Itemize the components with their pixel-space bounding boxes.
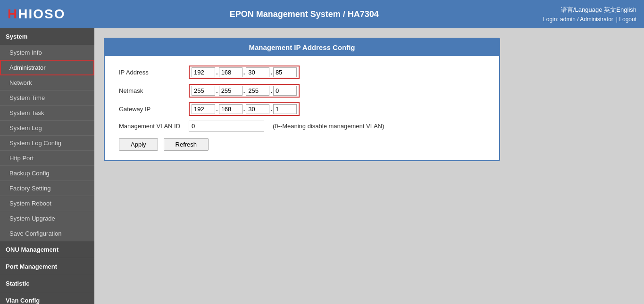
- gateway-octet-1[interactable]: [192, 104, 215, 114]
- login-text: Login: admin / Administrator: [543, 16, 613, 23]
- netmask-octet-1[interactable]: [192, 86, 215, 96]
- ip-dot-1: .: [215, 69, 219, 76]
- gateway-row: Gateway IP . . .: [119, 102, 485, 116]
- ip-address-fields: . . .: [189, 66, 300, 79]
- vlan-id-input[interactable]: [189, 121, 264, 131]
- gateway-dot-1: .: [215, 106, 219, 113]
- language-area[interactable]: 语言/Language 英文English: [561, 6, 636, 14]
- sidebar-section-vlan-config[interactable]: Vlan Config: [0, 292, 94, 304]
- sidebar-section-system[interactable]: System: [0, 28, 94, 45]
- netmask-fields: . . .: [189, 84, 300, 98]
- ip-address-row: IP Address . . .: [119, 66, 485, 79]
- netmask-label: Netmask: [119, 87, 185, 94]
- sidebar-item-network[interactable]: Network: [0, 75, 94, 90]
- netmask-dot-3: .: [269, 87, 273, 94]
- ip-octet-2[interactable]: [219, 67, 243, 77]
- management-ip-card: Management IP Address Config IP Address …: [104, 38, 500, 161]
- logo-icon: H: [8, 7, 18, 21]
- ip-dot-2: .: [243, 69, 246, 76]
- login-area: Login: admin / Administrator | Logout: [543, 16, 636, 23]
- main-layout: SystemSystem InfoAdministratorNetworkSys…: [0, 28, 644, 304]
- sidebar-section-port-management[interactable]: Port Management: [0, 258, 94, 275]
- sidebar: SystemSystem InfoAdministratorNetworkSys…: [0, 28, 94, 304]
- app-title: EPON Management System / HA7304: [65, 9, 543, 19]
- ip-octet-3[interactable]: [246, 67, 269, 77]
- sidebar-section-onu-management[interactable]: ONU Management: [0, 241, 94, 258]
- card-body: IP Address . . . Netmask: [105, 56, 499, 160]
- sidebar-item-administrator[interactable]: Administrator: [0, 60, 94, 75]
- netmask-row: Netmask . . .: [119, 84, 485, 98]
- sidebar-item-backup-config[interactable]: Backup Config: [0, 166, 94, 181]
- sidebar-item-system-info[interactable]: System Info: [0, 45, 94, 60]
- sidebar-item-system-log[interactable]: System Log: [0, 121, 94, 136]
- sidebar-item-system-log-config[interactable]: System Log Config: [0, 136, 94, 151]
- language-label: 语言/Language: [561, 6, 602, 14]
- sidebar-section-statistic[interactable]: Statistic: [0, 275, 94, 292]
- netmask-dot-2: .: [243, 87, 246, 94]
- header-right: 语言/Language 英文English Login: admin / Adm…: [543, 6, 636, 23]
- sidebar-item-factory-setting[interactable]: Factory Setting: [0, 181, 94, 196]
- logo-area: HHIOSO: [8, 7, 65, 22]
- gateway-label: Gateway IP: [119, 106, 185, 113]
- netmask-dot-1: .: [215, 87, 219, 94]
- refresh-button[interactable]: Refresh: [164, 138, 209, 151]
- vlan-note: (0--Meaning disable management VLAN): [273, 123, 384, 130]
- gateway-fields: . . .: [189, 102, 300, 116]
- vlan-id-label: Management VLAN ID: [119, 123, 185, 130]
- netmask-octet-3[interactable]: [246, 86, 269, 96]
- logo-rest: HIOSO: [18, 7, 65, 21]
- language-value[interactable]: 英文English: [604, 6, 636, 14]
- gateway-dot-2: .: [243, 106, 246, 113]
- gateway-octet-2[interactable]: [219, 104, 243, 114]
- gateway-octet-3[interactable]: [246, 104, 269, 114]
- sidebar-item-system-time[interactable]: System Time: [0, 90, 94, 106]
- sidebar-item-system-reboot[interactable]: System Reboot: [0, 196, 94, 211]
- sidebar-item-system-upgrade[interactable]: System Upgrade: [0, 211, 94, 226]
- sidebar-item-system-task[interactable]: System Task: [0, 106, 94, 121]
- ip-octet-1[interactable]: [192, 67, 215, 77]
- apply-button[interactable]: Apply: [119, 138, 158, 151]
- buttons-row: Apply Refresh: [119, 138, 485, 151]
- ip-address-label: IP Address: [119, 69, 185, 76]
- sidebar-item-http-port[interactable]: Http Port: [0, 151, 94, 166]
- card-title: Management IP Address Config: [105, 39, 499, 56]
- content-area: Management IP Address Config IP Address …: [94, 28, 644, 304]
- sidebar-item-save-configuration[interactable]: Save Configuration: [0, 226, 94, 241]
- gateway-dot-3: .: [269, 106, 273, 113]
- ip-octet-4[interactable]: [273, 67, 297, 77]
- netmask-octet-2[interactable]: [219, 86, 243, 96]
- logo: HHIOSO: [8, 7, 65, 22]
- logout-link[interactable]: | Logout: [616, 16, 636, 23]
- ip-dot-3: .: [269, 69, 273, 76]
- vlan-id-row: Management VLAN ID (0--Meaning disable m…: [119, 121, 485, 131]
- gateway-octet-4[interactable]: [273, 104, 297, 114]
- netmask-octet-4[interactable]: [273, 86, 297, 96]
- header: HHIOSO EPON Management System / HA7304 语…: [0, 0, 644, 28]
